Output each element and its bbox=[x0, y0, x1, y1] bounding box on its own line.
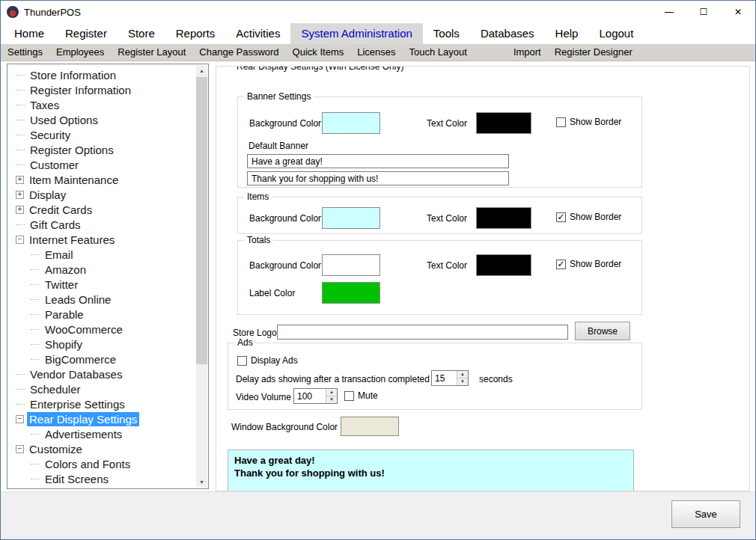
checkbox-icon[interactable] bbox=[556, 212, 566, 222]
tree-item-bigcommerce[interactable]: BigCommerce bbox=[8, 352, 196, 366]
browse-button[interactable]: Browse bbox=[575, 322, 630, 340]
tree-item-woocommerce[interactable]: WooCommerce bbox=[8, 322, 196, 337]
collapse-icon[interactable]: − bbox=[16, 415, 24, 423]
delay-seconds-input[interactable]: 15 ▲ ▼ bbox=[431, 370, 469, 386]
menu-item-reports[interactable]: Reports bbox=[165, 23, 226, 44]
items-text-color-swatch[interactable] bbox=[476, 207, 531, 229]
menu-item-databases[interactable]: Databases bbox=[470, 23, 545, 44]
tree-item-label: Gift Cards bbox=[28, 218, 83, 232]
scroll-up-icon[interactable]: ▲ bbox=[196, 65, 207, 76]
video-volume-input[interactable]: 100 ▲ ▼ bbox=[293, 388, 338, 404]
banner-background-color-swatch[interactable] bbox=[322, 112, 380, 134]
menu-item-home[interactable]: Home bbox=[4, 23, 55, 44]
spinner-up-icon[interactable]: ▲ bbox=[326, 389, 337, 396]
toolbar-item-settings[interactable]: Settings bbox=[1, 44, 49, 61]
menu-item-register[interactable]: Register bbox=[55, 23, 118, 44]
checkbox-icon[interactable] bbox=[556, 260, 566, 269]
menu-item-logout[interactable]: Logout bbox=[588, 23, 644, 44]
toolbar-item-change-password[interactable]: Change Password bbox=[192, 44, 285, 61]
toolbar-item-register-layout[interactable]: Register Layout bbox=[111, 44, 192, 61]
spinner-value[interactable]: 15 bbox=[432, 371, 457, 385]
totals-background-color-swatch[interactable] bbox=[322, 254, 380, 276]
mute-checkbox[interactable]: Mute bbox=[344, 390, 378, 401]
menu-item-help[interactable]: Help bbox=[545, 23, 589, 44]
banner-line2-input[interactable] bbox=[247, 171, 509, 185]
expand-icon[interactable]: + bbox=[16, 176, 24, 184]
tree-item-colors-and-fonts[interactable]: Colors and Fonts bbox=[8, 456, 196, 471]
tree-item-security[interactable]: Security bbox=[8, 127, 196, 142]
spinner-down-icon[interactable]: ▼ bbox=[457, 378, 468, 385]
items-show-border-checkbox[interactable]: Show Border bbox=[556, 212, 621, 222]
tree-item-taxes[interactable]: Taxes bbox=[8, 97, 196, 112]
window-background-color-swatch[interactable] bbox=[341, 417, 399, 436]
tree-item-label: Internet Features bbox=[27, 233, 117, 247]
tree-item-rear-display-settings[interactable]: −Rear Display Settings bbox=[8, 411, 196, 426]
banner-show-border-checkbox[interactable]: Show Border bbox=[556, 117, 621, 127]
tree-item-display[interactable]: +Display bbox=[8, 187, 196, 202]
tree-item-item-maintenance[interactable]: +Item Maintenance bbox=[8, 172, 196, 187]
tree-item-twitter[interactable]: Twitter bbox=[8, 277, 196, 292]
tree-item-leads-online[interactable]: Leads Online bbox=[8, 292, 196, 307]
tree-item-label: Scheduler bbox=[28, 382, 83, 396]
tree-item-register-information[interactable]: Register Information bbox=[8, 82, 196, 97]
totals-show-border-checkbox[interactable]: Show Border bbox=[556, 259, 621, 269]
banner-text-color-swatch[interactable] bbox=[476, 112, 531, 134]
save-button[interactable]: Save bbox=[671, 500, 740, 528]
toolbar-item-licenses[interactable]: Licenses bbox=[350, 44, 402, 61]
menu-item-system-administration[interactable]: System Administration bbox=[290, 23, 422, 44]
scrollbar-thumb[interactable] bbox=[196, 77, 207, 364]
tree-item-credit-cards[interactable]: +Credit Cards bbox=[8, 202, 196, 217]
collapse-icon[interactable]: − bbox=[16, 445, 24, 453]
toolbar-item-quick-items[interactable]: Quick Items bbox=[286, 44, 351, 61]
scroll-down-icon[interactable]: ▼ bbox=[196, 476, 207, 488]
checkbox-label: Show Border bbox=[570, 259, 621, 269]
tree-item-advertisements[interactable]: Advertisements bbox=[8, 426, 196, 441]
tree-item-label: Leads Online bbox=[43, 292, 113, 307]
tree-item-email[interactable]: Email bbox=[8, 247, 196, 262]
toolbar-item-employees[interactable]: Employees bbox=[49, 44, 111, 61]
tree-item-label: Shopify bbox=[43, 337, 85, 352]
tree-item-amazon[interactable]: Amazon bbox=[8, 262, 196, 277]
spinner-value[interactable]: 100 bbox=[294, 389, 326, 403]
expand-icon[interactable]: + bbox=[16, 191, 24, 199]
tree-item-internet-features[interactable]: −Internet Features bbox=[8, 232, 196, 247]
minimize-button[interactable]: — bbox=[652, 1, 686, 23]
totals-text-color-swatch[interactable] bbox=[476, 254, 531, 276]
tree-item-parable[interactable]: Parable bbox=[8, 307, 196, 322]
expand-icon[interactable]: + bbox=[16, 206, 24, 214]
menu-item-activities[interactable]: Activities bbox=[225, 23, 290, 44]
spinner-up-icon[interactable]: ▲ bbox=[457, 371, 468, 378]
spinner-down-icon[interactable]: ▼ bbox=[326, 396, 337, 403]
toolbar-item-register-designer[interactable]: Register Designer bbox=[548, 44, 639, 61]
tree-scrollbar[interactable]: ▲ ▼ bbox=[196, 65, 207, 488]
menu-item-tools[interactable]: Tools bbox=[423, 23, 470, 44]
banner-text-color-label: Text Color bbox=[427, 118, 467, 129]
tree-item-shopify[interactable]: Shopify bbox=[8, 337, 196, 352]
tree-item-customer[interactable]: Customer bbox=[8, 157, 196, 172]
close-button[interactable]: ✕ bbox=[721, 1, 755, 23]
checkbox-icon[interactable] bbox=[556, 117, 566, 127]
tree-item-enterprise-settings[interactable]: Enterprise Settings bbox=[8, 396, 196, 411]
checkbox-icon[interactable] bbox=[344, 391, 354, 401]
checkbox-icon[interactable] bbox=[237, 356, 247, 366]
items-background-color-swatch[interactable] bbox=[322, 207, 380, 229]
label-color-swatch[interactable] bbox=[322, 282, 380, 304]
title-bar: ThunderPOS — ☐ ✕ bbox=[1, 1, 755, 23]
tree-item-store-information[interactable]: Store Information bbox=[8, 67, 196, 82]
maximize-button[interactable]: ☐ bbox=[686, 1, 721, 23]
tree-item-edit-screens[interactable]: Edit Screens bbox=[8, 471, 196, 486]
tree-item-vendor-databases[interactable]: Vendor Databases bbox=[8, 366, 196, 381]
display-ads-checkbox[interactable]: Display Ads bbox=[237, 355, 298, 366]
tree-item-used-options[interactable]: Used Options bbox=[8, 112, 196, 127]
tree-item-scheduler[interactable]: Scheduler bbox=[8, 381, 196, 396]
tree-item-customize[interactable]: −Customize bbox=[8, 441, 196, 456]
toolbar-item-touch-layout[interactable]: Touch Layout bbox=[403, 44, 474, 61]
tree-item-register-options[interactable]: Register Options bbox=[8, 142, 196, 157]
banner-line1-input[interactable] bbox=[247, 154, 509, 168]
collapse-icon[interactable]: − bbox=[16, 236, 24, 244]
toolbar-item-import[interactable]: Import bbox=[507, 44, 548, 61]
content-area: Store InformationRegister InformationTax… bbox=[1, 61, 755, 491]
store-logo-input[interactable] bbox=[277, 325, 568, 340]
menu-item-store[interactable]: Store bbox=[118, 23, 165, 44]
tree-item-gift-cards[interactable]: Gift Cards bbox=[8, 217, 196, 232]
